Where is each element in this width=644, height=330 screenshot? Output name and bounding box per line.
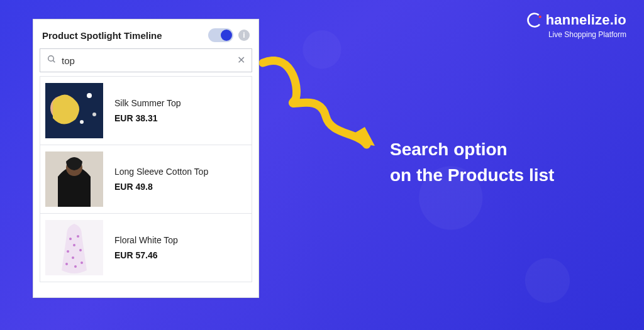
search-results: Silk Summer Top EUR 38.31 Long Sleeve Co…: [40, 76, 252, 282]
caption-line-1: Search option: [390, 137, 554, 163]
svg-point-16: [79, 249, 82, 251]
svg-point-13: [77, 235, 79, 238]
brand-c-mark-icon: [526, 11, 543, 29]
svg-point-17: [72, 256, 74, 259]
svg-point-18: [65, 263, 68, 265]
product-price: EUR 38.31: [114, 113, 181, 123]
arrow-illustration: [257, 57, 382, 157]
toggle-knob-icon: [221, 30, 232, 41]
product-price: EUR 49.8: [114, 182, 208, 192]
list-item[interactable]: Silk Summer Top EUR 38.31: [40, 76, 252, 145]
clear-icon[interactable]: ✕: [237, 55, 245, 65]
svg-point-0: [526, 11, 543, 29]
svg-point-7: [80, 120, 84, 124]
brand-tagline: Live Shopping Platform: [526, 30, 626, 39]
svg-point-1: [538, 16, 541, 18]
svg-point-20: [74, 265, 77, 268]
info-icon[interactable]: i: [238, 30, 250, 41]
product-name: Floral White Top: [114, 235, 178, 245]
list-item[interactable]: Long Sleeve Cotton Top EUR 49.8: [40, 145, 252, 214]
svg-line-3: [53, 60, 55, 62]
timeline-toggle[interactable]: [208, 28, 233, 42]
product-search[interactable]: ✕: [40, 48, 252, 72]
product-thumbnail: [45, 220, 103, 275]
product-spotlight-panel: Product Spotlight Timeline i ✕: [33, 19, 259, 298]
svg-point-15: [67, 250, 69, 253]
search-input[interactable]: [62, 49, 232, 72]
svg-point-2: [48, 56, 54, 62]
product-thumbnail: [45, 151, 103, 207]
svg-point-12: [69, 238, 72, 240]
product-thumbnail: [45, 83, 103, 138]
panel-title: Product Spotlight Timeline: [42, 30, 203, 41]
product-name: Long Sleeve Cotton Top: [114, 167, 208, 177]
caption-text: Search option on the Products list: [390, 137, 554, 188]
svg-point-6: [87, 93, 92, 98]
search-icon: [47, 54, 57, 67]
svg-point-14: [73, 244, 75, 246]
brand-block: hannelize.io Live Shopping Platform: [526, 11, 626, 39]
product-price: EUR 57.46: [114, 250, 178, 260]
svg-point-19: [80, 261, 83, 264]
brand-name: hannelize.io: [546, 12, 626, 28]
svg-point-8: [92, 113, 96, 116]
product-name: Silk Summer Top: [114, 98, 181, 108]
list-item[interactable]: Floral White Top EUR 57.46: [40, 214, 252, 282]
caption-line-2: on the Products list: [390, 163, 554, 189]
panel-header: Product Spotlight Timeline i: [40, 26, 252, 48]
